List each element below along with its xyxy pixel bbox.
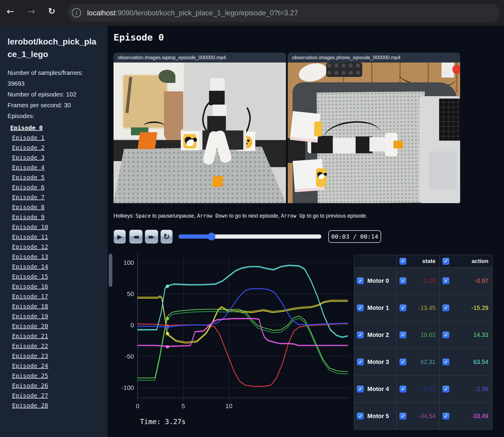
sidebar-item-episode-5[interactable]: Episode 5 (0, 173, 108, 182)
palm-leaves-print (159, 70, 175, 83)
page-title: Episode 0 (114, 32, 164, 43)
motor-action-value: 63.54 (449, 359, 488, 365)
video-title-laptop: observation.images.laptop_episode_000000… (114, 53, 286, 63)
rewind-button[interactable]: ◀◀ (129, 230, 143, 244)
checkbox[interactable]: ✓ (399, 277, 406, 284)
checkbox[interactable]: ✓ (399, 359, 406, 365)
checkbox[interactable]: ✓ (357, 386, 364, 393)
motor-state-value: 62.31 (406, 359, 436, 365)
sidebar-item-episode-12[interactable]: Episode 12 (0, 242, 108, 252)
sidebar-item-episode-23[interactable]: Episode 23 (0, 351, 108, 361)
motor-name: Motor 2 (367, 332, 389, 338)
back-icon[interactable]: ← (7, 6, 14, 17)
video-frame-phone (288, 63, 460, 203)
checkbox[interactable]: ✓ (399, 413, 406, 420)
dataset-title: lerobot/koch_pick_place_1_lego (8, 35, 98, 61)
keyboard-corner (326, 63, 362, 77)
sidebar-item-episode-22[interactable]: Episode 22 (0, 341, 108, 351)
sidebar-item-episode-2[interactable]: Episode 2 (0, 143, 108, 153)
checkbox[interactable]: ✓ (357, 359, 364, 365)
motor-action-value: -33.49 (449, 413, 488, 420)
sidebar-item-episode-17[interactable]: Episode 17 (0, 292, 108, 301)
sidebar-item-episode-7[interactable]: Episode 7 (0, 192, 108, 202)
sidebar-item-episode-10[interactable]: Episode 10 (0, 222, 108, 232)
red-object (452, 65, 460, 74)
seek-slider[interactable] (179, 234, 321, 239)
browser-toolbar: ← → ↻ i localhost:9090/lerobot/koch_pick… (0, 0, 504, 26)
sidebar-item-episode-21[interactable]: Episode 21 (0, 331, 108, 341)
svg-text:-50: -50 (125, 353, 134, 360)
sidebar-item-episode-13[interactable]: Episode 13 (0, 252, 108, 262)
address-bar[interactable]: i localhost:9090/lerobot/koch_pick_place… (68, 4, 499, 22)
sidebar-item-episode-26[interactable]: Episode 26 (0, 381, 108, 391)
laptop-keyboard (439, 99, 460, 141)
checkbox[interactable]: ✓ (357, 277, 364, 284)
checkbox[interactable]: ✓ (357, 413, 364, 420)
cable (144, 121, 165, 131)
sidebar-item-episode-6[interactable]: Episode 6 (0, 182, 108, 192)
sidebar-item-episode-24[interactable]: Episode 24 (0, 361, 108, 371)
checkbox[interactable]: ✓ (357, 332, 364, 338)
robot-camera-mount (210, 78, 225, 93)
checkbox[interactable]: ✓ (442, 359, 449, 365)
sidebar-item-episode-8[interactable]: Episode 8 (0, 202, 108, 212)
checkbox[interactable]: ✓ (399, 258, 406, 265)
sidebar-item-episode-0[interactable]: Episode 0 (0, 123, 108, 133)
checkbox[interactable]: ✓ (442, 413, 449, 420)
sidebar-item-episode-25[interactable]: Episode 25 (0, 371, 108, 381)
sidebar-item-episode-16[interactable]: Episode 16 (0, 282, 108, 292)
sidebar-item-episode-1[interactable]: Episode 1 (0, 133, 108, 143)
checkbox[interactable]: ✓ (399, 332, 406, 338)
scrollbar-thumb[interactable] (109, 254, 112, 287)
motor-action-cell: ✓63.54 (440, 349, 493, 376)
motor-state-cell: ✓-13.45 (397, 295, 440, 322)
sidebar-item-episode-19[interactable]: Episode 19 (0, 311, 108, 321)
checkbox[interactable]: ✓ (442, 386, 449, 393)
sidebar-item-episode-27[interactable]: Episode 27 (0, 391, 108, 401)
motor-action-cell: ✓-33.49 (440, 403, 493, 430)
checkbox[interactable]: ✓ (399, 386, 406, 393)
sidebar-item-episode-4[interactable]: Episode 4 (0, 163, 108, 173)
seek-slider-thumb[interactable] (208, 233, 215, 240)
checkbox[interactable]: ✓ (399, 304, 406, 311)
sidebar-item-episode-28[interactable]: Episode 28 (0, 401, 108, 411)
sidebar-item-episode-15[interactable]: Episode 15 (0, 272, 108, 282)
time-display: 00:03 / 00:14 (328, 230, 381, 243)
video-panel-phone: observation.images.phone_episode_000000.… (288, 53, 460, 231)
orange-device (138, 132, 157, 149)
svg-text:50: 50 (127, 290, 134, 297)
reload-icon[interactable]: ↻ (48, 6, 55, 16)
laptop-trackpad (429, 151, 457, 189)
robot-servo (207, 116, 226, 132)
sidebar-item-episode-11[interactable]: Episode 11 (0, 232, 108, 242)
table-header-action: ✓action (440, 255, 493, 267)
orange-lego-brick (212, 176, 223, 187)
checkbox[interactable]: ✓ (442, 332, 449, 338)
hotkey-key: Arrow Up (281, 213, 305, 219)
site-info-icon[interactable]: i (72, 8, 81, 17)
loop-button[interactable]: ↻ (160, 230, 173, 244)
sidebar-item-episode-18[interactable]: Episode 18 (0, 301, 108, 311)
sidebar-item-episode-20[interactable]: Episode 20 (0, 321, 108, 331)
checkbox[interactable]: ✓ (442, 277, 449, 284)
motor-state-cell: ✓-34.54 (397, 403, 440, 430)
motor-action-cell: ✓14.33 (440, 322, 493, 349)
episodes-count: Number of episodes: 102 (8, 89, 92, 100)
sidebar-item-episode-3[interactable]: Episode 3 (0, 153, 108, 163)
panda-face (186, 138, 194, 146)
svg-text:100: 100 (123, 259, 134, 266)
checkbox[interactable]: ✓ (357, 304, 364, 311)
motor-action-cell: ✓-0.97 (440, 267, 493, 295)
forward-icon[interactable]: → (28, 6, 35, 17)
motor-action-value: -0.97 (449, 277, 488, 284)
video-panel-laptop: observation.images.laptop_episode_000000… (114, 53, 286, 231)
sidebar-item-episode-9[interactable]: Episode 9 (0, 212, 108, 222)
sidebar-item-episode-14[interactable]: Episode 14 (0, 262, 108, 272)
robot-camera (209, 91, 225, 105)
motor-state-cell: ✓62.31 (397, 349, 440, 376)
fast-forward-button[interactable]: ▶▶ (145, 230, 158, 244)
checkbox[interactable]: ✓ (442, 258, 449, 265)
checkbox[interactable]: ✓ (442, 304, 449, 311)
table-header-state: ✓state (397, 255, 440, 267)
play-button[interactable]: ▶ (114, 230, 126, 244)
